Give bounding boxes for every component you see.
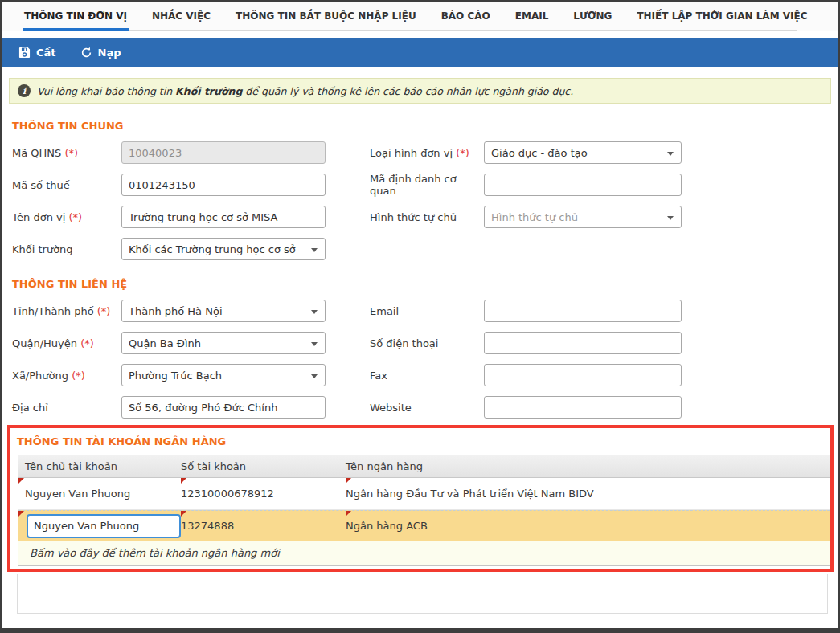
website-input[interactable] xyxy=(484,396,682,419)
toolbar: Cất Nạp xyxy=(2,38,838,67)
fax-input[interactable] xyxy=(484,364,682,386)
fax-label: Fax xyxy=(370,370,484,382)
required-mark: (*) xyxy=(72,370,85,382)
tinh-thanh-pho-value: Thành phố Hà Nội xyxy=(129,305,237,317)
chevron-down-icon xyxy=(311,310,318,314)
ma-so-thue-input[interactable] xyxy=(121,174,326,196)
account-number-cell: 13274888 xyxy=(181,511,346,541)
edited-corner-marker xyxy=(346,478,351,484)
tab-label: THÔNG TIN BẮT BUỘC NHẬP LIỆU xyxy=(236,10,416,22)
owner-cell: Nguyen Van Phuong xyxy=(18,478,181,509)
chevron-down-icon xyxy=(311,342,318,346)
loai-hinh-dropdown[interactable]: Giáo dục - đào tạo xyxy=(484,141,682,164)
empty-grid-area xyxy=(17,574,828,614)
tinh-thanh-pho-dropdown[interactable]: Thành phố Hà Nội xyxy=(121,300,326,322)
ten-don-vi-label: Tên đơn vị (*) xyxy=(12,211,121,223)
required-mark: (*) xyxy=(456,147,469,159)
loai-hinh-label: Loại hình đơn vị (*) xyxy=(370,147,484,159)
ma-qhns-label: Mã QHNS (*) xyxy=(12,147,121,159)
refresh-icon xyxy=(80,47,92,59)
form-row: Địa chỉ Website xyxy=(12,396,838,419)
hinh-thuc-tu-chu-placeholder: Hình thức tự chủ xyxy=(491,211,592,223)
xa-phuong-value: Phường Trúc Bạch xyxy=(129,370,236,382)
ma-dinh-danh-label: Mã định danh cơ quan xyxy=(370,173,484,197)
email-input[interactable] xyxy=(484,300,682,322)
tab-label: EMAIL xyxy=(515,10,549,22)
general-section-title: THÔNG TIN CHUNG xyxy=(12,120,838,132)
form-row: Xã/Phường (*) Phường Trúc Bạch Fax xyxy=(12,364,838,386)
info-icon: i xyxy=(18,84,31,97)
xa-phuong-dropdown[interactable]: Phường Trúc Bạch xyxy=(121,364,326,386)
required-mark: (*) xyxy=(69,211,83,223)
column-header-bank-name: Tên ngân hàng xyxy=(346,460,830,472)
account-number-cell: 12310000678912 xyxy=(181,478,346,509)
form-row: Tên đơn vị (*) Hình thức tự chủ Hình thứ… xyxy=(12,206,838,228)
required-mark: (*) xyxy=(80,337,94,349)
ma-so-thue-label: Mã số thuế xyxy=(12,179,121,191)
bank-accounts-table: Tên chủ tài khoản Số tài khoản Tên ngân … xyxy=(18,455,830,566)
loai-hinh-value: Giáo dục - đào tạo xyxy=(491,147,602,159)
column-header-account-number: Số tài khoản xyxy=(181,460,346,472)
add-bank-account-label: Bấm vào đây để thêm tài khoản ngân hàng … xyxy=(18,547,280,559)
website-label: Website xyxy=(370,402,484,414)
so-dien-thoai-input[interactable] xyxy=(484,332,682,354)
tab-thiet-lap-thoi-gian[interactable]: THIẾT LẬP THỜI GIAN LÀM VIỆC xyxy=(635,2,809,30)
bank-section-highlight: THÔNG TIN TÀI KHOẢN NGÂN HÀNG Tên chủ tà… xyxy=(7,425,834,572)
bank-table-row[interactable]: Nguyen Van Phuong 12310000678912 Ngân hà… xyxy=(18,478,830,510)
ma-dinh-danh-input[interactable] xyxy=(484,174,682,196)
dia-chi-input[interactable] xyxy=(121,396,326,419)
tinh-thanh-pho-label: Tỉnh/Thành phố (*) xyxy=(12,305,121,317)
tab-luong[interactable]: LƯƠNG xyxy=(572,2,613,30)
form-row: Quận/Huyện (*) Quận Ba Đình Số điện thoạ… xyxy=(12,332,838,354)
save-button[interactable]: Cất xyxy=(18,47,56,59)
notice-text: Vui lòng khai báo thông tin Khối trường … xyxy=(37,85,573,97)
bank-table-row-editing[interactable]: 13274888 Ngân hàng ACB xyxy=(18,510,830,541)
quan-huyen-value: Quận Ba Đình xyxy=(129,337,215,349)
notice-bar: i Vui lòng khai báo thông tin Khối trườn… xyxy=(9,78,831,104)
chevron-down-icon xyxy=(311,374,318,378)
khoi-truong-value: Khối các Trường trung học cơ sở xyxy=(129,243,310,255)
reload-button-label: Nạp xyxy=(98,47,121,59)
save-button-label: Cất xyxy=(36,47,56,59)
bank-name-cell: Ngân hàng Đầu Tư và Phát triển Việt Nam … xyxy=(346,478,830,509)
form-row: Tỉnh/Thành phố (*) Thành phố Hà Nội Emai… xyxy=(12,300,838,322)
add-bank-account-row[interactable]: Bấm vào đây để thêm tài khoản ngân hàng … xyxy=(18,541,830,566)
hinh-thuc-tu-chu-label: Hình thức tự chủ xyxy=(370,211,484,223)
tab-label: BÁO CÁO xyxy=(441,10,490,22)
tab-label: LƯƠNG xyxy=(573,10,612,22)
reload-button[interactable]: Nạp xyxy=(80,47,121,59)
tab-bao-cao[interactable]: BÁO CÁO xyxy=(440,2,492,30)
tab-label: NHẮC VIỆC xyxy=(152,10,211,22)
form-row: Mã số thuế Mã định danh cơ quan xyxy=(12,174,838,196)
bank-name-cell: Ngân hàng ACB xyxy=(346,511,830,541)
tab-nhac-viec[interactable]: NHẮC VIỆC xyxy=(150,2,212,30)
form-row: Khối trường Khối các Trường trung học cơ… xyxy=(12,238,838,260)
hinh-thuc-tu-chu-dropdown[interactable]: Hình thức tự chủ xyxy=(484,206,682,228)
owner-edit-input[interactable] xyxy=(27,514,181,538)
tab-thong-tin-bat-buoc[interactable]: THÔNG TIN BẮT BUỘC NHẬP LIỆU xyxy=(234,2,418,30)
khoi-truong-label: Khối trường xyxy=(12,243,121,255)
tab-label: THIẾT LẬP THỜI GIAN LÀM VIỆC xyxy=(637,10,807,22)
edited-corner-marker xyxy=(18,478,24,484)
email-label: Email xyxy=(370,305,484,317)
edited-corner-marker xyxy=(18,511,24,517)
edited-corner-marker xyxy=(181,478,186,484)
bank-section-title: THÔNG TIN TÀI KHOẢN NGÂN HÀNG xyxy=(17,435,830,447)
tab-thong-tin-don-vi[interactable]: THÔNG TIN ĐƠN VỊ xyxy=(23,2,129,31)
khoi-truong-dropdown[interactable]: Khối các Trường trung học cơ sở xyxy=(121,238,326,260)
quan-huyen-label: Quận/Huyện (*) xyxy=(12,337,121,349)
tab-email[interactable]: EMAIL xyxy=(514,2,551,30)
owner-cell-editing xyxy=(18,511,181,541)
app-window: THÔNG TIN ĐƠN VỊ NHẮC VIỆC THÔNG TIN BẮT… xyxy=(0,0,840,633)
so-dien-thoai-label: Số điện thoại xyxy=(370,337,484,349)
tab-strip: THÔNG TIN ĐƠN VỊ NHẮC VIỆC THÔNG TIN BẮT… xyxy=(23,2,797,31)
chevron-down-icon xyxy=(667,152,674,156)
quan-huyen-dropdown[interactable]: Quận Ba Đình xyxy=(121,332,326,354)
dia-chi-label: Địa chỉ xyxy=(12,402,121,414)
tab-bar: THÔNG TIN ĐƠN VỊ NHẮC VIỆC THÔNG TIN BẮT… xyxy=(2,2,838,31)
column-header-owner: Tên chủ tài khoản xyxy=(18,460,181,472)
bank-table-header-row: Tên chủ tài khoản Số tài khoản Tên ngân … xyxy=(18,455,830,478)
ten-don-vi-input[interactable] xyxy=(121,206,326,228)
tab-label: THÔNG TIN ĐƠN VỊ xyxy=(24,10,127,22)
edited-corner-marker xyxy=(346,511,351,517)
